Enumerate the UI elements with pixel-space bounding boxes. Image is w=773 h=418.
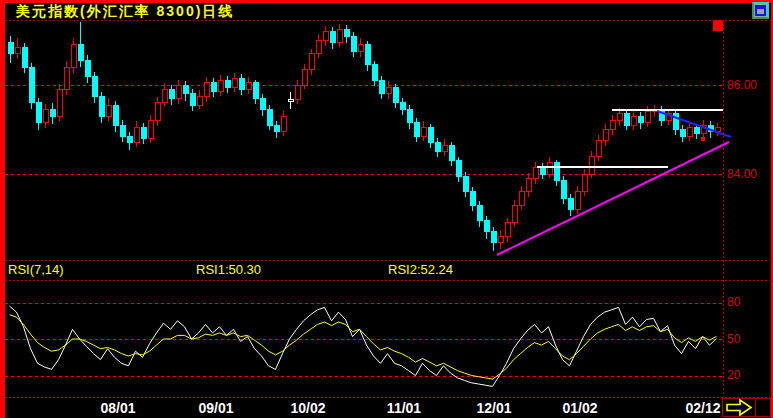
scroll-track-box[interactable] [756,399,771,417]
chart-window: 美元指数(外汇汇率 8300)日线 RSI(7,14) RSI1:50.30 R… [0,0,773,418]
right-arrow-icon[interactable] [727,400,751,415]
scroll-right-control[interactable] [0,0,773,418]
